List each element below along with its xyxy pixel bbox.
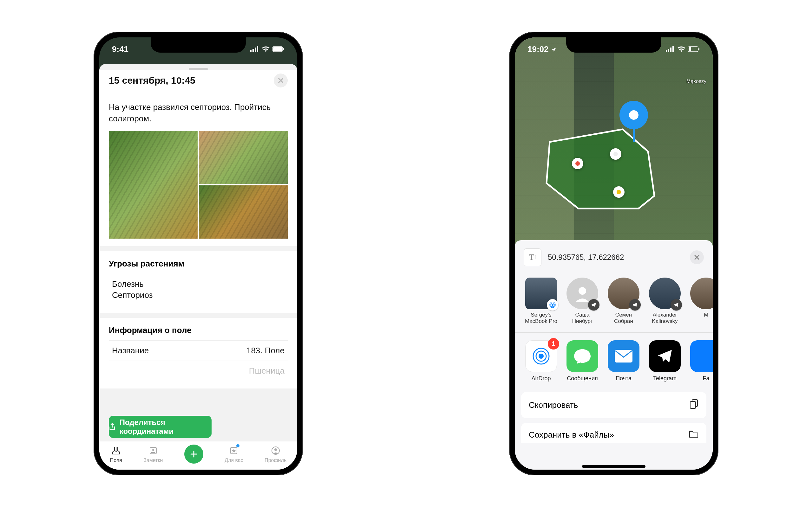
share-coordinates-button[interactable]: Поделиться координатами <box>109 416 212 438</box>
share-apps-row[interactable]: 1 AirDrop Сообщения Почта <box>515 333 713 389</box>
field-name-label: Название <box>112 346 149 355</box>
photo-1[interactable] <box>109 131 198 239</box>
app-name: Сообщения <box>567 375 598 382</box>
airdrop-badge-icon <box>547 299 558 311</box>
laptop-icon <box>525 278 557 309</box>
field-crop-value: Пшеница <box>249 366 285 376</box>
signal-icon <box>666 46 675 52</box>
close-button[interactable] <box>690 250 704 264</box>
svg-point-19 <box>552 304 554 306</box>
app-name: AirDrop <box>531 375 551 382</box>
battery-icon <box>688 46 700 52</box>
notes-icon <box>148 445 159 456</box>
plus-icon <box>190 450 198 458</box>
app-messages[interactable]: Сообщения <box>565 340 600 382</box>
note-text: На участке развился септориоз. Пройтись … <box>109 101 288 124</box>
wifi-icon <box>262 46 270 52</box>
tab-fields[interactable]: Поля <box>110 445 122 463</box>
threat-type: Болезнь <box>112 279 144 289</box>
photo-3[interactable] <box>199 185 288 239</box>
app-telegram[interactable]: Telegram <box>647 340 682 382</box>
share-icon <box>109 422 116 431</box>
share-header: TI 50.935765, 17.622662 <box>515 246 713 266</box>
location-pin[interactable] <box>619 101 648 129</box>
avatar-icon <box>566 278 598 309</box>
text-type-icon: TI <box>524 248 542 266</box>
phone-right: 19:02 Mąkoszy TI 50.935765, 17.622662 <box>509 32 718 475</box>
app-name: Fa <box>703 375 709 382</box>
svg-rect-6 <box>283 48 284 50</box>
contact-name: Семен Собран <box>606 312 641 325</box>
status-indicators <box>250 46 285 52</box>
svg-rect-12 <box>666 50 667 52</box>
location-icon <box>551 47 557 53</box>
tab-profile[interactable]: Профиль <box>264 445 287 463</box>
avatar-icon <box>649 278 681 309</box>
svg-point-22 <box>578 287 586 295</box>
svg-point-8 <box>152 449 154 451</box>
telegram-icon <box>649 340 681 372</box>
mail-icon <box>608 340 640 372</box>
marker-yellow[interactable] <box>613 186 624 198</box>
notch <box>151 38 246 53</box>
action-copy[interactable]: Скопировать <box>521 392 706 418</box>
share-btn-label: Поделиться координатами <box>119 418 212 436</box>
badge-dot <box>236 444 240 447</box>
contact-macbook[interactable]: Sergey's MacBook Pro <box>524 278 559 325</box>
status-time: 9:41 <box>112 44 129 54</box>
airdrop-contacts-row[interactable]: Sergey's MacBook Pro Саша Нинбург <box>515 266 713 332</box>
threat-row[interactable]: Болезнь Септориоз <box>109 274 288 305</box>
ios-share-sheet: TI 50.935765, 17.622662 Sergey's MacBook… <box>515 240 713 469</box>
app-icon <box>690 340 713 372</box>
field-polygon[interactable] <box>540 126 673 215</box>
avatar-icon <box>608 278 640 309</box>
app-more[interactable]: Fa <box>689 340 713 382</box>
sheet-handle[interactable] <box>189 68 208 70</box>
svg-rect-28 <box>690 401 696 408</box>
field-name-row[interactable]: Название 183. Поле <box>109 340 288 360</box>
svg-rect-0 <box>250 50 252 52</box>
map-view[interactable]: 19:02 Mąkoszy <box>515 38 713 246</box>
profile-icon <box>270 445 281 456</box>
svg-point-11 <box>274 448 277 451</box>
action-list: Скопировать Сохранить в «Файлы» <box>515 389 713 450</box>
field-info-title: Информация о поле <box>109 326 288 335</box>
copy-icon <box>689 399 699 411</box>
contact-more[interactable]: M <box>689 278 713 325</box>
messages-icon <box>566 340 598 372</box>
telegram-badge-icon <box>588 299 600 311</box>
contact-sasha[interactable]: Саша Нинбург <box>565 278 600 325</box>
telegram-badge-icon <box>629 299 641 311</box>
app-mail[interactable]: Почта <box>606 340 641 382</box>
screen-left: 9:41 15 сентября, 10:45 На участке разви… <box>99 38 297 469</box>
svg-rect-1 <box>252 49 254 52</box>
wifi-icon <box>677 46 686 52</box>
fields-icon <box>110 445 122 456</box>
close-icon <box>277 77 284 83</box>
note-card: На участке развился септориоз. Пройтись … <box>99 94 297 246</box>
app-name: Почта <box>616 375 631 382</box>
tab-bar: Поля Заметки Для вас <box>99 441 297 469</box>
contact-semen[interactable]: Семен Собран <box>606 278 641 325</box>
app-airdrop[interactable]: 1 AirDrop <box>524 340 559 382</box>
photo-2[interactable] <box>199 131 288 184</box>
tab-profile-label: Профиль <box>264 458 287 463</box>
photo-grid <box>109 131 288 239</box>
sheet-body[interactable]: На участке развился септориоз. Пройтись … <box>99 94 297 469</box>
marker-red[interactable] <box>572 158 583 169</box>
add-button[interactable] <box>184 445 203 464</box>
action-save-files[interactable]: Сохранить в «Файлы» <box>521 423 706 443</box>
map-place-label: Mąkoszy <box>687 78 706 84</box>
tab-foryou[interactable]: Для вас <box>224 445 243 463</box>
contact-alexander[interactable]: Alexander Kalinovsky <box>647 278 682 325</box>
screen-right: 19:02 Mąkoszy TI 50.935765, 17.622662 <box>515 38 713 469</box>
threat-name: Септориоз <box>112 290 153 300</box>
field-crop-row[interactable]: Пшеница <box>109 360 288 381</box>
field-info-section: Информация о поле Название 183. Поле Пше… <box>99 318 297 389</box>
svg-rect-17 <box>689 47 691 51</box>
tab-notes[interactable]: Заметки <box>143 445 163 463</box>
svg-rect-15 <box>672 46 674 52</box>
close-button[interactable] <box>274 73 288 88</box>
marker-white[interactable] <box>610 148 621 160</box>
home-indicator[interactable] <box>582 465 646 468</box>
